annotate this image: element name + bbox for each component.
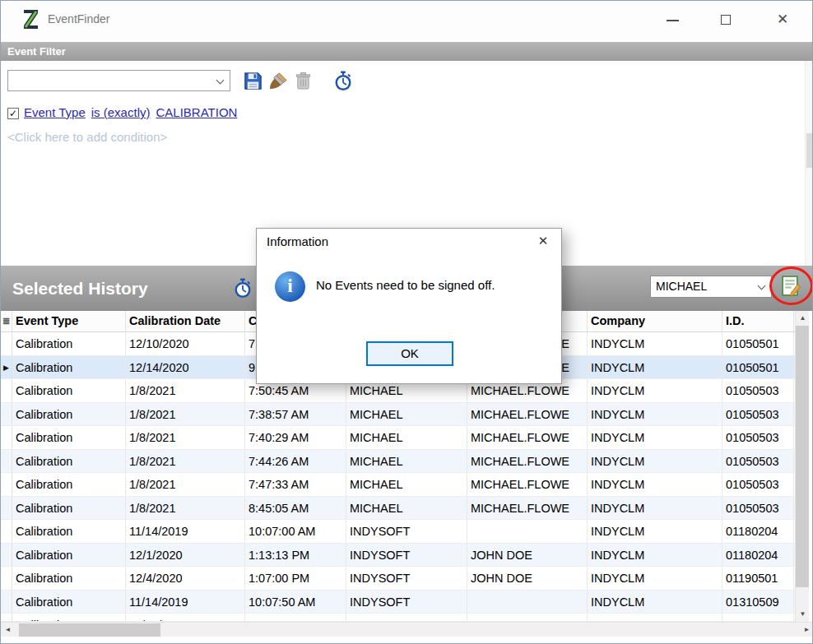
table-row[interactable]: Calibration12/1/20201:13:13 PMINDYSOFTJO… (1, 544, 795, 568)
cell: 1/8/2021 (126, 497, 245, 520)
condition-operator-link[interactable]: is (exactly) (91, 105, 151, 119)
table-row[interactable]: Calibration11/14/201910:07:00 AMINDYSOFT… (1, 520, 795, 544)
cell: 1:13:13 PM (245, 544, 346, 567)
maximize-button[interactable] (707, 1, 745, 39)
maximize-icon (721, 15, 731, 25)
cell: 12/14/2020 (126, 356, 245, 379)
scroll-left-button[interactable]: ◄ (1, 623, 15, 637)
cell: 7:44:26 AM (245, 450, 346, 473)
selected-history-timer-button[interactable] (234, 278, 252, 302)
saved-filter-combo[interactable] (7, 70, 230, 91)
cell: Calibration (12, 403, 126, 426)
table-row[interactable]: Calibration1/8/20217:47:33 AMMICHAELMICH… (1, 473, 795, 497)
window-title: EventFinder (48, 12, 109, 25)
cell: 1/8/2021 (126, 426, 245, 449)
close-button[interactable]: ✕ (761, 1, 804, 39)
column-header[interactable]: Company (588, 311, 722, 331)
close-icon: ✕ (761, 1, 804, 39)
cell: 7:38:57 AM (245, 403, 346, 426)
cell: 01050503 (722, 379, 794, 402)
cell: Calibration (12, 450, 126, 473)
brush-icon (269, 72, 288, 90)
chevron-down-icon (758, 282, 766, 290)
table-row[interactable]: Calibration1/8/20217:44:26 AMMICHAELMICH… (1, 450, 795, 474)
cell: MICHAEL.FLOWE (467, 450, 588, 473)
column-header[interactable]: Event Type (12, 311, 126, 331)
table-row[interactable]: Calibration1/8/20217:38:57 AMMICHAELMICH… (1, 403, 795, 427)
ok-button[interactable]: OK (366, 341, 453, 366)
cell: Calibration (12, 426, 126, 449)
cell: 01050503 (722, 497, 794, 520)
stopwatch-icon (334, 71, 352, 91)
cell: MICHAEL (346, 403, 467, 426)
cell: 10:07:50 AM (245, 591, 346, 614)
table-row[interactable]: Calibration12/4/20201:07:00 PMINDYSOFTJO… (1, 567, 795, 591)
cell: 8:45:05 AM (245, 497, 346, 520)
cell: 11/20/2020 (126, 614, 245, 621)
cell: Calibration (12, 544, 126, 567)
cell: 01310509 (722, 591, 794, 614)
title-bar: EventFinder ✕ (1, 1, 812, 39)
cell: MICHAEL (346, 426, 467, 449)
scroll-right-button[interactable]: ► (800, 623, 813, 637)
row-indicator (1, 473, 12, 496)
cell: MICHAEL (346, 614, 467, 621)
cell: MICHAEL.FLOWE (467, 426, 588, 449)
cell: INDYCLM (588, 403, 722, 426)
cell: MICHAEL.FLOWE (467, 497, 588, 520)
cell: INDYCLM (588, 332, 722, 355)
delete-filter-button[interactable] (291, 69, 314, 92)
condition-field-link[interactable]: Event Type (24, 105, 86, 119)
column-header[interactable]: Calibration Date (126, 311, 245, 331)
row-indicator (1, 497, 12, 520)
cell: INDYCLM (588, 497, 722, 520)
table-row[interactable]: Calibration11/14/201910:07:50 AMINDYSOFT… (1, 591, 795, 614)
cell: Calibration (12, 614, 126, 621)
cell (467, 591, 588, 614)
cell: INDYCLM (588, 379, 722, 402)
user-filter-combo[interactable]: MICHAEL (650, 276, 772, 298)
cell: Calibration (12, 332, 126, 355)
horizontal-scrollbar-thumb[interactable] (19, 623, 160, 637)
scroll-up-button[interactable]: ▲ (796, 311, 810, 325)
event-filter-header: Event Filter (1, 42, 812, 61)
selected-history-title: Selected History (12, 266, 148, 311)
cell: 1/8/2021 (126, 450, 245, 473)
column-header[interactable]: I.D. (722, 311, 794, 331)
cell: 01310509 (722, 614, 794, 621)
filter-scrollbar-thumb[interactable] (806, 133, 813, 168)
table-row[interactable]: Calibration1/8/20218:45:05 AMMICHAELMICH… (1, 497, 795, 521)
table-row[interactable]: Calibration1/8/20217:40:29 AMMICHAELMICH… (1, 426, 795, 450)
cell: 01050503 (722, 403, 794, 426)
horizontal-scrollbar[interactable]: ◄ ► (1, 622, 813, 637)
vertical-scrollbar-thumb[interactable] (796, 326, 809, 587)
run-filter-button[interactable] (332, 69, 355, 92)
save-filter-button[interactable] (241, 69, 264, 92)
cell: INDYSOFT (346, 591, 467, 614)
user-filter-value: MICHAEL (656, 276, 751, 297)
clear-filter-button[interactable] (267, 69, 290, 92)
condition-value-link[interactable]: CALIBRATION (156, 105, 237, 119)
dialog-close-button[interactable]: ✕ (525, 229, 561, 253)
scroll-down-button[interactable]: ▼ (796, 607, 810, 621)
minimize-button[interactable] (654, 1, 692, 39)
cell: 01050503 (722, 473, 794, 496)
column-options-icon[interactable]: ≣ (1, 311, 12, 331)
cell: Calibration (12, 567, 126, 590)
dialog-message: No Events need to be signed off. (316, 278, 495, 292)
vertical-scrollbar[interactable]: ▲ ▼ (795, 311, 809, 622)
filter-scrollbar[interactable] (805, 61, 813, 266)
condition-checkbox[interactable]: ✓ (7, 108, 19, 119)
cell: INDYCLM (588, 356, 722, 379)
cell: 01050501 (722, 332, 794, 355)
add-condition-link[interactable]: <Click here to add condition> (7, 130, 167, 144)
trash-icon (295, 72, 312, 90)
row-indicator (1, 379, 12, 402)
cell: Calibration (12, 591, 126, 614)
cell: 11/14/2019 (126, 520, 245, 543)
cell: INDYCLM (588, 426, 722, 449)
table-row[interactable]: Calibration11/20/20207:40:00 AMMICHAELMI… (1, 614, 795, 622)
cell: JOHN DOE (467, 544, 588, 567)
row-indicator (1, 426, 12, 449)
cell (467, 520, 588, 543)
